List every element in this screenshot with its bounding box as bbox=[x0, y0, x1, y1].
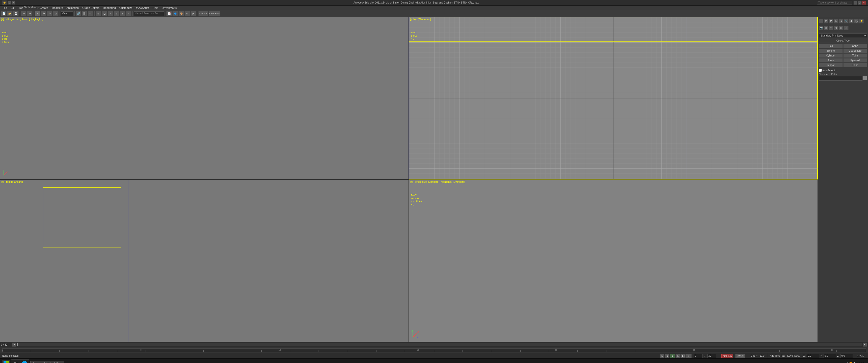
rp-helpers-icon[interactable]: ⊕ bbox=[824, 26, 828, 30]
menu-drivenmatrix[interactable]: DrivenMatrix bbox=[160, 5, 179, 10]
rp-spacewarps-icon[interactable]: 〰 bbox=[829, 26, 833, 30]
toolbar-rotate[interactable]: ↻ bbox=[47, 11, 53, 16]
rp-utilities-icon[interactable]: 🔧 bbox=[844, 19, 848, 24]
toolbar-layer-mgr[interactable]: ⊞ bbox=[96, 11, 101, 16]
title-bar-close-btn[interactable]: ✕ bbox=[862, 1, 866, 5]
object-name-input[interactable] bbox=[819, 76, 863, 81]
app-icon[interactable]: ⚡ bbox=[2, 0, 6, 5]
anim-go-end[interactable]: ▶| bbox=[681, 354, 686, 358]
toolbar-render-setup[interactable]: ⚙ bbox=[184, 11, 190, 16]
toolbar-mirror[interactable]: ⊣ bbox=[108, 11, 113, 16]
toolbar-render[interactable]: ▶ bbox=[190, 11, 196, 16]
anim-go-start[interactable]: |◀ bbox=[660, 354, 664, 358]
timeline-go-end[interactable]: ▶| bbox=[863, 342, 867, 346]
menu-create[interactable]: Create bbox=[38, 5, 50, 10]
taskbar-icon-explorer[interactable]: 🗂 bbox=[12, 360, 20, 363]
autosmooth-check[interactable] bbox=[819, 69, 822, 72]
obj-btn-geosphere[interactable]: GeoSphere bbox=[843, 48, 867, 53]
rp-systems-icon[interactable]: ⚙ bbox=[834, 26, 838, 30]
obj-btn-box[interactable]: Box bbox=[819, 44, 843, 48]
title-bar-minimize[interactable]: _ bbox=[7, 1, 11, 4]
coord-z-input[interactable] bbox=[840, 354, 853, 358]
anim-play[interactable]: ▶ bbox=[670, 354, 676, 358]
coord-y-input[interactable] bbox=[824, 354, 836, 358]
obj-btn-teapot[interactable]: Teapot bbox=[819, 63, 843, 67]
menu-customize[interactable]: Customize bbox=[118, 5, 134, 10]
viewport-bottom-right[interactable]: [+] Perspective [Standard] [Highlights] … bbox=[409, 180, 817, 342]
search-input[interactable] bbox=[817, 1, 852, 5]
rp-display-icon[interactable]: 👁 bbox=[839, 19, 843, 24]
anim-key-mode[interactable]: ⧳ bbox=[686, 354, 692, 358]
autokey-btn[interactable]: Auto Key bbox=[721, 354, 733, 358]
toolbar-unlink[interactable]: ⛓ bbox=[82, 11, 87, 16]
toolbar-align[interactable]: ⊠ bbox=[120, 11, 125, 16]
menu-graph-editors[interactable]: Graph Editors bbox=[81, 5, 101, 10]
search-box[interactable] bbox=[817, 1, 852, 5]
setkey-btn[interactable]: Set Key bbox=[735, 354, 745, 358]
menu-rendering[interactable]: Rendering bbox=[101, 5, 117, 10]
rp-hierarchy-icon[interactable]: ⊏ bbox=[829, 19, 833, 24]
key-filters[interactable]: Key Filters... bbox=[787, 355, 801, 357]
anim-next-frame[interactable]: ▶ bbox=[676, 354, 681, 358]
coord-x-input[interactable] bbox=[807, 354, 819, 358]
toolbar-undo[interactable]: ↩ bbox=[21, 11, 27, 16]
toolbar-align2[interactable]: ≡ bbox=[126, 11, 131, 16]
obj-btn-torus[interactable]: Torus bbox=[819, 58, 843, 63]
toolbar-named-select-sets[interactable] bbox=[134, 11, 164, 16]
obj-btn-tube[interactable]: Tube bbox=[843, 54, 867, 58]
menu-help[interactable]: Help bbox=[151, 5, 160, 10]
taskbar-3dsmax-btn[interactable]: Autodesk 3ds Max 2011... bbox=[30, 361, 64, 363]
frame-input[interactable] bbox=[694, 354, 703, 358]
title-bar-minimize-btn[interactable]: ─ bbox=[854, 1, 858, 5]
toolbar-move[interactable]: ✥ bbox=[41, 11, 46, 16]
obj-btn-sphere[interactable]: Sphere bbox=[819, 48, 843, 53]
toolbar-new[interactable]: 📄 bbox=[1, 11, 6, 16]
menu-maxscript[interactable]: MAXScript bbox=[134, 5, 151, 10]
toolbar-array[interactable]: ⊡ bbox=[114, 11, 119, 16]
toolbar-scale[interactable]: ⊡ bbox=[53, 11, 59, 16]
menu-file[interactable]: File bbox=[1, 5, 8, 10]
toolbar-curve-editor[interactable]: 📈 bbox=[166, 11, 172, 16]
obj-btn-plane[interactable]: Plane bbox=[843, 63, 867, 67]
title-bar-menu[interactable]: ☰ bbox=[11, 1, 15, 4]
obj-btn-cone[interactable]: Cone bbox=[843, 44, 867, 48]
toolbar-clearback[interactable]: ClearBack bbox=[209, 11, 220, 16]
toolbar-reference-coord[interactable] bbox=[61, 11, 73, 16]
toolbar-material-editor[interactable]: 🎨 bbox=[178, 11, 184, 16]
toolbar-save[interactable]: 💾 bbox=[13, 11, 19, 16]
rp-modify-icon[interactable]: ⊞ bbox=[824, 19, 828, 24]
rp-compounds-icon[interactable]: ⊞ bbox=[839, 26, 843, 30]
add-time-tag[interactable]: Add Time Tag bbox=[770, 355, 785, 357]
toolbar-clearfit[interactable]: ClearFit bbox=[198, 11, 209, 16]
rp-motion-icon[interactable]: ▷ bbox=[834, 19, 838, 24]
rp-particles-icon[interactable]: ∴ bbox=[844, 26, 848, 30]
taskbar-start[interactable] bbox=[2, 360, 10, 363]
color-swatch[interactable] bbox=[863, 76, 867, 80]
viewport-top-left[interactable]: [+] Orthographic [Shaded] [Highlights] B… bbox=[0, 17, 408, 179]
frame-total-input[interactable] bbox=[707, 354, 716, 358]
timeline-go-start[interactable]: |◀ bbox=[12, 342, 16, 346]
obj-btn-pyramid[interactable]: Pyramid bbox=[843, 58, 867, 63]
taskbar-icon-chrome[interactable]: 🌐 bbox=[21, 360, 29, 363]
menu-edit[interactable]: Edit bbox=[9, 5, 17, 10]
rp-shapes-icon[interactable]: ◯ bbox=[854, 19, 859, 24]
viewport-top-right[interactable]: [-] Top [Wireframe] Box01 Box01 + 2 bbox=[409, 17, 817, 179]
rp-geo-icon[interactable]: ⬟ bbox=[849, 19, 854, 24]
toolbar-redo[interactable]: ↪ bbox=[27, 11, 33, 16]
rp-lights-icon[interactable]: 💡 bbox=[859, 19, 864, 24]
toolbar-open[interactable]: 📂 bbox=[7, 11, 12, 16]
toolbar-select[interactable]: ↖ bbox=[35, 11, 40, 16]
keyframe-track[interactable]: 0 5 10 15 20 25 30 bbox=[2, 349, 866, 352]
rp-cameras-icon[interactable]: 📷 bbox=[819, 26, 823, 30]
anim-prev-frame[interactable]: ◀ bbox=[665, 354, 670, 358]
toolbar-schematic[interactable]: 🔷 bbox=[172, 11, 178, 16]
rp-create-icon[interactable]: ✦ bbox=[819, 19, 823, 24]
toolbar-link[interactable]: 🔗 bbox=[76, 11, 81, 16]
timeline-track[interactable] bbox=[17, 343, 862, 346]
standard-primitives-dropdown[interactable]: Standard Primitives Extended Primitives … bbox=[819, 33, 867, 38]
menu-modifiers[interactable]: Modifiers bbox=[50, 5, 65, 10]
toolbar-scene-states[interactable]: ◪ bbox=[102, 11, 107, 16]
obj-btn-cylinder[interactable]: Cylinder bbox=[819, 54, 843, 58]
viewport-bottom-left[interactable]: [+] Front [Standard] bbox=[0, 180, 408, 342]
toolbar-bind-space-warp[interactable]: 〰 bbox=[88, 11, 93, 16]
